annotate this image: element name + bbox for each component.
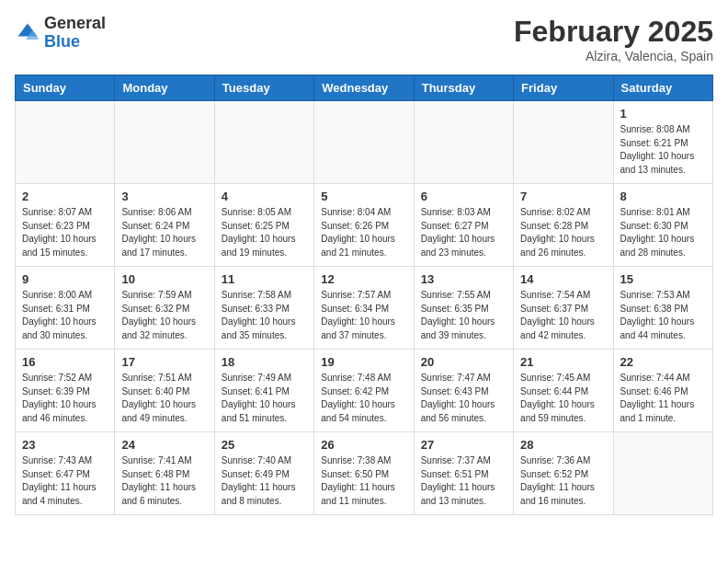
day-info: Sunrise: 7:54 AM Sunset: 6:37 PM Dayligh… <box>520 289 606 342</box>
calendar-day-cell <box>16 101 115 184</box>
day-number: 4 <box>222 190 307 203</box>
day-info: Sunrise: 7:53 AM Sunset: 6:38 PM Dayligh… <box>620 289 706 342</box>
calendar-day-cell: 11Sunrise: 7:58 AM Sunset: 6:33 PM Dayli… <box>214 267 313 350</box>
day-number: 2 <box>22 190 108 203</box>
day-number: 28 <box>520 438 606 452</box>
title-block: February 2025 Alzira, Valencia, Spain <box>514 15 713 63</box>
calendar-table: SundayMondayTuesdayWednesdayThursdayFrid… <box>15 75 713 515</box>
calendar-day-cell: 13Sunrise: 7:55 AM Sunset: 6:35 PM Dayli… <box>414 267 513 350</box>
day-of-week-header: Friday <box>514 75 613 101</box>
day-info: Sunrise: 7:37 AM Sunset: 6:51 PM Dayligh… <box>421 454 506 508</box>
day-number: 20 <box>421 355 506 369</box>
day-of-week-header: Thursday <box>414 75 513 101</box>
calendar-day-cell: 23Sunrise: 7:43 AM Sunset: 6:47 PM Dayli… <box>16 432 115 515</box>
day-info: Sunrise: 7:49 AM Sunset: 6:41 PM Dayligh… <box>222 372 307 425</box>
calendar-day-cell <box>613 432 712 515</box>
day-info: Sunrise: 7:45 AM Sunset: 6:44 PM Dayligh… <box>520 372 606 425</box>
calendar-day-cell: 16Sunrise: 7:52 AM Sunset: 6:39 PM Dayli… <box>16 350 115 432</box>
day-info: Sunrise: 8:07 AM Sunset: 6:23 PM Dayligh… <box>22 206 108 259</box>
logo: General Blue <box>15 15 106 52</box>
day-of-week-header: Wednesday <box>314 75 414 101</box>
calendar-day-cell <box>115 101 214 184</box>
day-number: 27 <box>421 438 506 452</box>
day-info: Sunrise: 7:47 AM Sunset: 6:43 PM Dayligh… <box>421 372 506 425</box>
calendar-day-cell: 12Sunrise: 7:57 AM Sunset: 6:34 PM Dayli… <box>314 267 414 350</box>
day-info: Sunrise: 7:41 AM Sunset: 6:48 PM Dayligh… <box>121 454 207 508</box>
day-number: 24 <box>121 438 207 452</box>
calendar-day-cell: 8Sunrise: 8:01 AM Sunset: 6:30 PM Daylig… <box>613 184 712 267</box>
day-number: 8 <box>620 190 706 203</box>
location-text: Alzira, Valencia, Spain <box>514 49 713 63</box>
day-number: 21 <box>520 355 606 369</box>
day-info: Sunrise: 7:57 AM Sunset: 6:34 PM Dayligh… <box>321 289 406 342</box>
calendar-day-cell: 6Sunrise: 8:03 AM Sunset: 6:27 PM Daylig… <box>414 184 513 267</box>
calendar-day-cell: 24Sunrise: 7:41 AM Sunset: 6:48 PM Dayli… <box>115 432 214 515</box>
day-info: Sunrise: 7:43 AM Sunset: 6:47 PM Dayligh… <box>22 454 108 508</box>
day-number: 25 <box>222 438 307 452</box>
calendar-week-row: 23Sunrise: 7:43 AM Sunset: 6:47 PM Dayli… <box>16 432 713 515</box>
calendar-week-row: 9Sunrise: 8:00 AM Sunset: 6:31 PM Daylig… <box>16 267 713 350</box>
day-number: 18 <box>222 355 307 369</box>
day-info: Sunrise: 7:51 AM Sunset: 6:40 PM Dayligh… <box>121 372 207 425</box>
logo-icon <box>15 20 40 46</box>
day-number: 15 <box>620 272 706 286</box>
day-number: 9 <box>22 272 108 286</box>
day-number: 12 <box>321 272 406 286</box>
day-number: 14 <box>520 272 606 286</box>
day-info: Sunrise: 7:48 AM Sunset: 6:42 PM Dayligh… <box>321 372 406 425</box>
calendar-day-cell: 19Sunrise: 7:48 AM Sunset: 6:42 PM Dayli… <box>314 350 414 432</box>
calendar-day-cell: 2Sunrise: 8:07 AM Sunset: 6:23 PM Daylig… <box>16 184 115 267</box>
day-info: Sunrise: 8:05 AM Sunset: 6:25 PM Dayligh… <box>222 206 307 259</box>
calendar-week-row: 2Sunrise: 8:07 AM Sunset: 6:23 PM Daylig… <box>16 184 713 267</box>
page-header: General Blue February 2025 Alzira, Valen… <box>15 15 713 63</box>
day-info: Sunrise: 7:59 AM Sunset: 6:32 PM Dayligh… <box>121 289 207 342</box>
calendar-day-cell: 10Sunrise: 7:59 AM Sunset: 6:32 PM Dayli… <box>115 267 214 350</box>
day-info: Sunrise: 7:55 AM Sunset: 6:35 PM Dayligh… <box>421 289 506 342</box>
day-info: Sunrise: 7:44 AM Sunset: 6:46 PM Dayligh… <box>620 372 706 425</box>
day-info: Sunrise: 8:03 AM Sunset: 6:27 PM Dayligh… <box>421 206 506 259</box>
calendar-day-cell: 4Sunrise: 8:05 AM Sunset: 6:25 PM Daylig… <box>214 184 313 267</box>
day-number: 13 <box>421 272 506 286</box>
calendar-day-cell: 1Sunrise: 8:08 AM Sunset: 6:21 PM Daylig… <box>613 101 712 184</box>
calendar-day-cell: 25Sunrise: 7:40 AM Sunset: 6:49 PM Dayli… <box>214 432 313 515</box>
day-of-week-header: Sunday <box>16 75 115 101</box>
day-info: Sunrise: 7:38 AM Sunset: 6:50 PM Dayligh… <box>321 454 406 508</box>
day-number: 17 <box>121 355 207 369</box>
calendar-day-cell: 15Sunrise: 7:53 AM Sunset: 6:38 PM Dayli… <box>613 267 712 350</box>
day-info: Sunrise: 8:04 AM Sunset: 6:26 PM Dayligh… <box>321 206 406 259</box>
calendar-day-cell: 18Sunrise: 7:49 AM Sunset: 6:41 PM Dayli… <box>214 350 313 432</box>
day-number: 5 <box>321 190 406 203</box>
calendar-day-cell: 7Sunrise: 8:02 AM Sunset: 6:28 PM Daylig… <box>514 184 613 267</box>
logo-blue-text: Blue <box>44 32 80 51</box>
calendar-day-cell: 9Sunrise: 8:00 AM Sunset: 6:31 PM Daylig… <box>16 267 115 350</box>
day-number: 22 <box>620 355 706 369</box>
month-title: February 2025 <box>514 15 713 49</box>
day-info: Sunrise: 7:52 AM Sunset: 6:39 PM Dayligh… <box>22 372 108 425</box>
day-info: Sunrise: 8:08 AM Sunset: 6:21 PM Dayligh… <box>620 123 706 177</box>
calendar-day-cell: 28Sunrise: 7:36 AM Sunset: 6:52 PM Dayli… <box>514 432 613 515</box>
day-number: 16 <box>22 355 108 369</box>
calendar-week-row: 16Sunrise: 7:52 AM Sunset: 6:39 PM Dayli… <box>16 350 713 432</box>
calendar-week-row: 1Sunrise: 8:08 AM Sunset: 6:21 PM Daylig… <box>16 101 713 184</box>
calendar-day-cell: 3Sunrise: 8:06 AM Sunset: 6:24 PM Daylig… <box>115 184 214 267</box>
calendar-header-row: SundayMondayTuesdayWednesdayThursdayFrid… <box>16 75 713 101</box>
calendar-day-cell: 21Sunrise: 7:45 AM Sunset: 6:44 PM Dayli… <box>514 350 613 432</box>
day-info: Sunrise: 8:01 AM Sunset: 6:30 PM Dayligh… <box>620 206 706 259</box>
day-info: Sunrise: 7:40 AM Sunset: 6:49 PM Dayligh… <box>222 454 307 508</box>
calendar-day-cell <box>514 101 613 184</box>
day-number: 23 <box>22 438 108 452</box>
day-info: Sunrise: 7:58 AM Sunset: 6:33 PM Dayligh… <box>222 289 307 342</box>
calendar-day-cell: 14Sunrise: 7:54 AM Sunset: 6:37 PM Dayli… <box>514 267 613 350</box>
day-number: 10 <box>121 272 207 286</box>
calendar-day-cell: 26Sunrise: 7:38 AM Sunset: 6:50 PM Dayli… <box>314 432 414 515</box>
day-number: 11 <box>222 272 307 286</box>
calendar-day-cell <box>214 101 313 184</box>
calendar-day-cell: 20Sunrise: 7:47 AM Sunset: 6:43 PM Dayli… <box>414 350 513 432</box>
day-number: 3 <box>121 190 207 203</box>
day-number: 6 <box>421 190 506 203</box>
calendar-day-cell: 27Sunrise: 7:37 AM Sunset: 6:51 PM Dayli… <box>414 432 513 515</box>
day-of-week-header: Monday <box>115 75 214 101</box>
calendar-day-cell <box>314 101 414 184</box>
day-info: Sunrise: 7:36 AM Sunset: 6:52 PM Dayligh… <box>520 454 606 508</box>
day-info: Sunrise: 8:00 AM Sunset: 6:31 PM Dayligh… <box>22 289 108 342</box>
